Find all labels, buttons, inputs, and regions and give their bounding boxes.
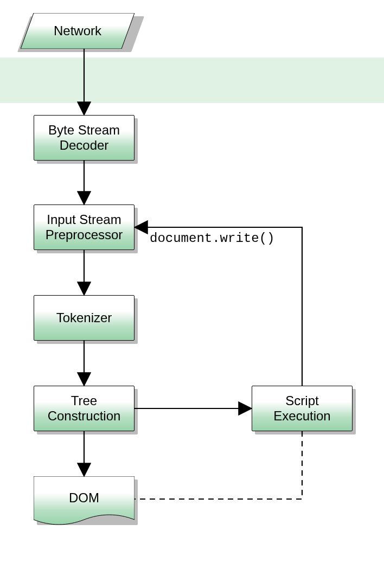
label-dom: DOM: [69, 490, 99, 506]
label-tokenizer: Tokenizer: [56, 310, 112, 325]
edge-label-docwrite: document.write(): [150, 231, 274, 246]
node-decoder: Byte StreamDecoder: [34, 115, 135, 161]
node-dom: DOM: [34, 476, 135, 528]
label-script: ScriptExecution: [273, 393, 330, 424]
label-preproc: Input StreamPreprocessor: [46, 212, 123, 243]
background-band: [0, 57, 384, 103]
label-tree: TreeConstruction: [48, 393, 121, 424]
label-decoder: Byte StreamDecoder: [48, 123, 120, 154]
label-network: Network: [54, 23, 101, 39]
node-preproc: Input StreamPreprocessor: [34, 204, 135, 250]
node-network: Network: [21, 13, 135, 49]
node-tokenizer: Tokenizer: [34, 295, 135, 341]
node-tree: TreeConstruction: [34, 386, 135, 431]
node-script: ScriptExecution: [252, 386, 353, 431]
